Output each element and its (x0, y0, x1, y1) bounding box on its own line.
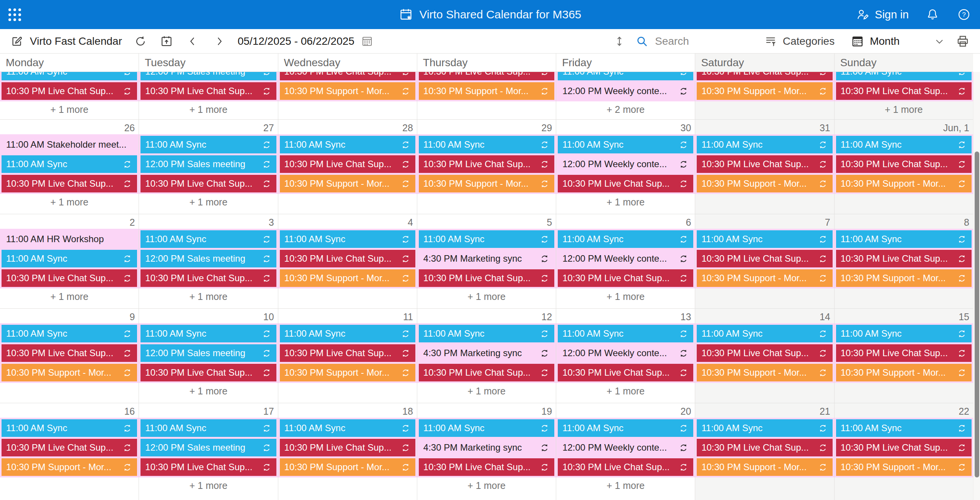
compose-button[interactable] (10, 34, 24, 48)
event-chip[interactable]: 11:00 AM Sync (836, 136, 972, 153)
day-cell[interactable]: 911:00 AM Sync 10:30 PM Live Chat Sup...… (0, 309, 139, 403)
print-button[interactable] (956, 34, 970, 49)
day-cell[interactable]: 2011:00 AM Sync 12:00 PM Weekly conte...… (556, 403, 695, 500)
more-events-link[interactable]: + 1 more (139, 194, 278, 210)
event-chip[interactable]: 11:00 AM Sync (558, 136, 693, 153)
day-cell[interactable]: Jun, 111:00 AM Sync 10:30 PM Live Chat S… (834, 120, 973, 214)
event-chip[interactable]: 10:30 PM Live Chat Sup... (558, 175, 693, 192)
more-events-link[interactable]: + 1 more (139, 288, 278, 305)
event-chip[interactable]: 10:30 PM Live Chat Sup... (2, 175, 137, 192)
event-chip[interactable]: 10:30 PM Support - Mor... (2, 458, 137, 476)
event-chip[interactable]: 11:00 AM Sync (836, 230, 972, 248)
more-events-link[interactable]: + 1 more (417, 383, 556, 399)
event-chip[interactable]: 11:00 AM Sync (280, 325, 415, 342)
event-chip[interactable]: 10:30 PM Support - Mor... (697, 175, 832, 192)
event-chip[interactable]: 12:00 PM Sales meeting (140, 344, 276, 362)
day-cell[interactable]: 311:00 AM Sync 12:00 PM Sales meeting 10… (139, 214, 278, 308)
event-chip[interactable]: 10:30 PM Support - Mor... (836, 269, 972, 287)
event-chip[interactable]: 11:00 AM Sync (2, 419, 137, 437)
day-cell[interactable]: 411:00 AM Sync 10:30 PM Live Chat Sup...… (278, 214, 417, 308)
event-chip[interactable]: 11:00 AM Sync (140, 325, 276, 342)
event-chip[interactable]: 11:00 AM Sync (836, 325, 972, 342)
event-chip[interactable]: 11:00 AM Sync (280, 419, 415, 437)
day-cell[interactable]: 2811:00 AM Sync 10:30 PM Live Chat Sup..… (278, 120, 417, 214)
more-events-link[interactable]: + 1 more (139, 101, 278, 117)
event-chip[interactable]: 10:30 PM Live Chat Sup... (2, 439, 137, 456)
notifications-button[interactable] (926, 8, 939, 21)
event-chip[interactable]: 10:30 PM Live Chat Sup... (836, 82, 972, 100)
event-chip[interactable]: 10:30 PM Support - Mor... (836, 175, 972, 192)
event-chip[interactable]: 10:30 PM Support - Mor... (697, 82, 832, 100)
day-cell[interactable]: 1411:00 AM Sync 10:30 PM Live Chat Sup..… (695, 309, 834, 403)
view-dropdown-button[interactable] (933, 35, 946, 47)
more-events-link[interactable]: + 1 more (556, 383, 695, 399)
event-chip[interactable]: 10:30 PM Live Chat Sup... (697, 250, 832, 267)
more-events-link[interactable]: + 2 more (556, 101, 695, 117)
day-cell[interactable]: 1611:00 AM Sync 10:30 PM Live Chat Sup..… (0, 403, 139, 500)
event-chip[interactable]: 10:30 PM Support - Mor... (836, 364, 972, 381)
day-cell[interactable]: 2111:00 AM Sync 10:30 PM Live Chat Sup..… (695, 403, 834, 500)
event-chip[interactable]: 12:00 PM Weekly conte... (558, 344, 693, 362)
more-events-link[interactable]: + 1 more (139, 383, 278, 399)
day-cell[interactable]: 2211:00 AM Sync 10:30 PM Live Chat Sup..… (834, 403, 973, 500)
event-chip[interactable]: 10:30 PM Live Chat Sup... (558, 269, 693, 287)
event-chip[interactable]: 12:00 PM Weekly conte... (558, 250, 693, 267)
event-chip[interactable]: 10:30 PM Live Chat Sup... (419, 364, 554, 381)
event-chip[interactable]: 10:30 PM Support - Mor... (280, 82, 415, 100)
scrollbar-thumb[interactable] (975, 151, 979, 477)
event-chip[interactable]: 10:30 PM Support - Mor... (280, 458, 415, 476)
event-chip[interactable]: 10:30 PM Live Chat Sup... (419, 155, 554, 173)
day-cell[interactable]: 1711:00 AM Sync 12:00 PM Sales meeting 1… (139, 403, 278, 500)
more-events-link[interactable]: + 1 more (835, 101, 973, 117)
event-chip[interactable]: 10:30 PM Support - Mor... (697, 458, 832, 476)
date-picker-button[interactable] (361, 35, 374, 48)
day-cell[interactable]: 1211:00 AM Sync 4:30 PM Marketing sync 1… (417, 309, 556, 403)
event-chip[interactable]: 10:30 PM Live Chat Sup... (2, 344, 137, 362)
vertical-scrollbar[interactable] (973, 72, 980, 500)
more-events-link[interactable]: + 1 more (556, 477, 695, 493)
more-events-link[interactable]: + 1 more (417, 288, 556, 305)
event-chip[interactable]: 10:30 PM Live Chat Sup... (140, 269, 276, 287)
event-chip[interactable]: 10:30 PM Live Chat Sup... (697, 155, 832, 173)
day-cell[interactable]: 711:00 AM Sync 10:30 PM Live Chat Sup...… (695, 214, 834, 308)
more-events-link[interactable]: + 1 more (0, 194, 139, 210)
event-chip[interactable]: 11:00 AM Sync (558, 325, 693, 342)
day-cell[interactable]: 211:00 AM HR Workshop11:00 AM Sync 10:30… (0, 214, 139, 308)
event-chip[interactable]: 10:30 PM Live Chat Sup... (280, 439, 415, 456)
view-selector-month[interactable]: Month (851, 34, 900, 48)
event-chip[interactable]: 10:30 PM Live Chat Sup... (140, 175, 276, 192)
event-chip[interactable]: 10:30 PM Live Chat Sup... (280, 72, 415, 80)
event-chip[interactable]: 11:00 AM Sync (419, 136, 554, 153)
event-chip[interactable]: 10:30 PM Live Chat Sup... (419, 458, 554, 476)
event-chip[interactable]: 10:30 PM Live Chat Sup... (558, 364, 693, 381)
event-chip[interactable]: 11:00 AM Sync (836, 72, 972, 80)
next-period-button[interactable] (213, 35, 225, 47)
event-chip[interactable]: 10:30 PM Live Chat Sup... (140, 364, 276, 381)
event-chip[interactable]: 11:00 AM HR Workshop (2, 230, 137, 248)
event-chip[interactable]: 10:30 PM Support - Mor... (280, 175, 415, 192)
event-chip[interactable]: 10:30 PM Live Chat Sup... (280, 344, 415, 362)
event-chip[interactable]: 4:30 PM Marketing sync (419, 439, 554, 456)
day-cell[interactable]: 10:30 PM Live Chat Sup... 10:30 PM Suppo… (695, 72, 834, 119)
event-chip[interactable]: 12:00 PM Sales meeting (140, 155, 276, 173)
event-chip[interactable]: 11:00 AM Sync (280, 230, 415, 248)
event-chip[interactable]: 10:30 PM Support - Mor... (836, 458, 972, 476)
day-cell[interactable]: 1311:00 AM Sync 12:00 PM Weekly conte...… (556, 309, 695, 403)
event-chip[interactable]: 10:30 PM Live Chat Sup... (697, 344, 832, 362)
event-chip[interactable]: 10:30 PM Support - Mor... (280, 269, 415, 287)
event-chip[interactable]: 11:00 AM Sync (419, 230, 554, 248)
day-cell[interactable]: 1011:00 AM Sync 12:00 PM Sales meeting 1… (139, 309, 278, 403)
event-chip[interactable]: 10:30 PM Live Chat Sup... (280, 155, 415, 173)
event-chip[interactable]: 10:30 PM Live Chat Sup... (140, 458, 276, 476)
categories-button[interactable]: Categories (764, 34, 835, 48)
event-chip[interactable]: 10:30 PM Live Chat Sup... (558, 458, 693, 476)
event-chip[interactable]: 4:30 PM Marketing sync (419, 250, 554, 267)
event-chip[interactable]: 10:30 PM Live Chat Sup... (280, 250, 415, 267)
event-chip[interactable]: 11:00 AM Sync (836, 419, 972, 437)
day-cell[interactable]: 2611:00 AM Stakeholder meet...11:00 AM S… (0, 120, 139, 214)
event-chip[interactable]: 11:00 AM Sync (140, 136, 276, 153)
more-events-link[interactable]: + 1 more (556, 288, 695, 305)
event-chip[interactable]: 11:00 AM Sync (2, 155, 137, 173)
event-chip[interactable]: 10:30 PM Support - Mor... (419, 82, 554, 100)
event-chip[interactable]: 10:30 PM Live Chat Sup... (2, 269, 137, 287)
